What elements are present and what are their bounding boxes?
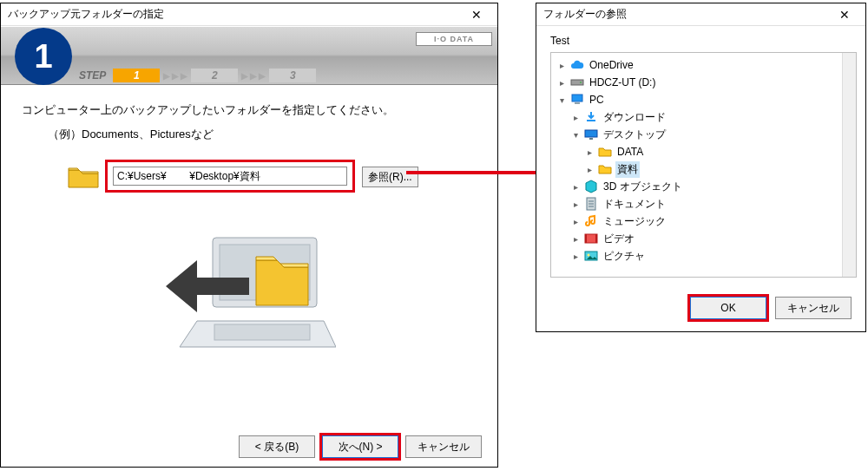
svg-rect-16 [585,234,587,243]
svg-point-19 [588,254,590,257]
tree-node-label: ピクチャ [602,248,647,265]
drive-icon [570,75,584,89]
tree-node-label: PC [588,93,606,107]
step-label: STEP [79,69,106,82]
desktop-icon [584,128,598,141]
tree-node[interactable]: ビデオ [556,230,856,247]
tree-node-label: OneDrive [588,58,635,72]
step-arrows-icon: ▶▶▶ [241,71,266,81]
download-icon [584,110,598,124]
next-button[interactable]: 次へ(N) > [322,435,398,458]
example-text: （例）Documents、Picturesなど [1,123,497,154]
tree-node[interactable]: 3D オブジェクト [556,178,856,195]
tree-node[interactable]: デスクトップ [556,126,856,143]
tree-node-label: ビデオ [602,231,636,247]
tree-node[interactable]: DATA [556,143,856,160]
svg-rect-7 [575,102,580,104]
tree-node[interactable]: OneDrive [556,56,856,74]
3d-icon [584,180,598,193]
video-icon [584,232,598,245]
folder-icon [67,163,100,189]
step-row: STEP 1 ▶▶▶ 2 ▶▶▶ 3 [79,69,319,82]
svg-rect-15 [585,234,597,243]
step-chip-3: 3 [269,69,316,82]
folder-icon [598,162,612,176]
instruction-text: コンピューター上のバックアップしたいフォルダーを指定してください。 [1,85,497,123]
cloud-icon [570,58,584,72]
svg-rect-10 [589,138,593,140]
close-icon: ✕ [471,8,482,22]
ok-button[interactable]: OK [690,297,766,319]
pc-icon [570,93,584,107]
backup-source-dialog: バックアップ元フォルダーの指定 ✕ I·O DATA STEP 1 ▶▶▶ 2 … [0,3,498,468]
chevron-right-icon[interactable] [570,113,581,122]
brand-badge: I·O DATA [416,32,492,46]
path-highlight [105,160,355,193]
svg-rect-6 [572,95,582,101]
chevron-right-icon[interactable] [570,200,581,209]
chevron-down-icon[interactable] [556,95,567,105]
tree-node-label: ダウンロード [602,109,667,126]
svg-rect-9 [585,130,597,137]
cancel-button[interactable]: キャンセル [405,435,482,458]
folder-icon [598,145,612,159]
chevron-right-icon[interactable] [556,78,567,88]
scrollbar[interactable] [842,53,856,277]
dialog-button-row: OK キャンセル [536,288,865,328]
doc-icon [584,197,598,211]
close-icon: ✕ [839,8,850,22]
dialog-body: Test OneDriveHDCZ-UT (D:)PCダウンロードデスクトップD… [536,26,865,288]
tree-node[interactable]: ダウンロード [556,108,856,126]
svg-point-5 [580,82,582,83]
chevron-down-icon[interactable] [570,130,581,140]
step-arrows-icon: ▶▶▶ [163,71,187,81]
picture-icon [584,249,598,263]
close-button[interactable]: ✕ [459,4,494,25]
chevron-right-icon[interactable] [570,252,581,261]
chevron-right-icon[interactable] [570,217,581,226]
window-title: バックアップ元フォルダーの指定 [8,7,459,22]
step-chip-2: 2 [191,69,238,82]
tree-node-label: ドキュメント [602,196,667,213]
svg-rect-8 [587,120,595,121]
path-row: 参照(R)... [67,158,449,200]
chevron-right-icon[interactable] [570,234,581,244]
tree-node[interactable]: ピクチャ [556,247,856,265]
folder-tree[interactable]: OneDriveHDCZ-UT (D:)PCダウンロードデスクトップDATA資料… [550,52,857,278]
dialog-button-row: < 戻る(B) 次へ(N) > キャンセル [239,435,482,458]
chevron-right-icon[interactable] [584,165,595,174]
callout-badge: 1 [15,28,72,85]
svg-rect-2 [214,324,310,340]
illustration [1,200,497,364]
tree-node[interactable]: HDCZ-UT (D:) [556,74,856,91]
cancel-button[interactable]: キャンセル [775,297,852,319]
tree-node[interactable]: PC [556,91,856,108]
step-chip-1: 1 [113,69,160,82]
titlebar: バックアップ元フォルダーの指定 ✕ [1,3,497,26]
folder-browse-dialog: フォルダーの参照 ✕ Test OneDriveHDCZ-UT (D:)PCダウ… [536,3,866,332]
back-button[interactable]: < 戻る(B) [239,435,315,458]
step-banner: I·O DATA STEP 1 ▶▶▶ 2 ▶▶▶ 3 [1,26,497,85]
tree-node[interactable]: ミュージック [556,213,856,230]
close-button[interactable]: ✕ [827,4,862,25]
chevron-right-icon[interactable] [556,61,567,70]
chevron-right-icon[interactable] [570,182,581,192]
tree-node-label: デスクトップ [602,127,667,143]
window-title: フォルダーの参照 [543,7,827,22]
tree-node-label: DATA [615,145,645,159]
titlebar: フォルダーの参照 ✕ [536,3,865,26]
tree-node-label: 資料 [615,161,640,178]
chevron-right-icon[interactable] [584,147,595,157]
tree-node-label: HDCZ-UT (D:) [588,75,657,89]
tree-node-label: ミュージック [602,213,667,230]
svg-rect-17 [595,234,597,243]
music-icon [584,214,598,228]
tree-node-label: 3D オブジェクト [602,179,684,195]
tree-node[interactable]: ドキュメント [556,195,856,213]
backup-path-input[interactable] [113,167,347,186]
tree-node[interactable]: 資料 [556,160,856,178]
body-label: Test [550,35,857,47]
